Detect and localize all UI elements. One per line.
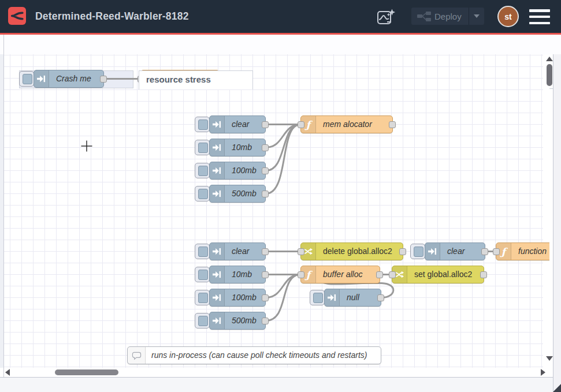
node-label: buffer alloc [323,266,362,283]
inject-arrow-icon [213,189,221,198]
change-node[interactable]: set global.alloc2 [392,266,484,283]
node-label: 500mb [232,185,257,202]
node-label: clear [232,243,249,260]
horizontal-scrollbar-thumb[interactable] [55,369,118,375]
output-port[interactable] [376,271,383,278]
inject-arrow-icon [328,293,336,302]
inject-button[interactable] [195,267,210,282]
output-port[interactable] [100,76,107,83]
output-port[interactable] [262,121,269,128]
inject-arrow-icon [213,143,221,152]
output-port[interactable] [389,121,396,128]
node-label: set global.alloc2 [414,266,472,283]
output-port[interactable] [481,248,488,255]
input-port[interactable] [298,121,304,128]
deploy-options-button[interactable] [469,8,484,25]
node-icon-region [210,162,225,179]
deploy-button[interactable]: Deploy [411,8,484,25]
inject-node[interactable]: clear [209,242,266,260]
function-icon: ƒ [501,246,506,257]
output-port[interactable] [262,144,269,151]
scroll-left-icon[interactable] [5,369,10,376]
tab-resource-stress[interactable]: resource stress [139,70,253,89]
flow-canvas[interactable]: Crash meƒasync errorclear10mb100mb500mbƒ… [0,54,549,368]
inject-node[interactable]: clear [209,115,266,133]
inject-button-pad [198,120,208,130]
inject-button[interactable] [310,290,325,305]
inject-node[interactable]: 10mb [209,266,266,283]
deploy-icon [411,12,434,21]
inject-button[interactable] [195,163,210,178]
inject-button[interactable] [195,244,210,259]
inject-button[interactable] [410,244,425,259]
input-port[interactable] [298,248,304,255]
output-port[interactable] [262,191,269,197]
output-port[interactable] [262,294,269,301]
node-label: runs in-process (can cause poll check ti… [151,347,367,364]
inject-arrow-icon [428,247,437,256]
sidebar-splitter[interactable] [553,54,561,392]
inject-button[interactable] [195,313,210,328]
output-port[interactable] [262,248,269,255]
header-bar: Determined-Reed-Warbler-8182 Deploy st [0,0,561,33]
comment-bubble-icon [132,351,142,360]
node-icon-region [210,266,225,283]
node-label: delete global.alloc2 [323,243,392,260]
output-port[interactable] [262,167,269,174]
function-node[interactable]: ƒfunction [496,242,549,260]
inject-button[interactable] [195,117,210,132]
inject-arrow-icon [213,166,221,175]
inject-node[interactable]: clear [425,242,485,260]
inject-node[interactable]: null [324,289,381,307]
input-port[interactable] [493,248,500,255]
main-menu-icon[interactable] [529,9,550,24]
shuffle-icon [395,270,404,279]
input-port[interactable] [389,271,396,278]
input-port[interactable] [298,271,304,278]
inject-node[interactable]: 100mb [209,162,266,180]
change-node[interactable]: delete global.alloc2 [300,242,403,260]
chevron-down-icon [474,14,480,18]
ai-assistant-icon[interactable] [375,6,397,27]
function-node[interactable]: ƒbuffer alloc [300,266,380,283]
inject-button-pad [198,143,208,153]
output-port[interactable] [262,271,269,278]
inject-button-pad [23,74,32,84]
node-label: Crash me [56,70,91,87]
scroll-right-icon[interactable] [541,369,545,376]
page-title: Determined-Reed-Warbler-8182 [35,0,189,33]
inject-arrow-icon [37,74,46,83]
output-port[interactable] [377,294,384,301]
inject-button[interactable] [195,186,210,201]
node-label: clear [447,243,465,260]
user-avatar[interactable]: st [497,6,519,27]
deploy-label: Deploy [434,12,469,21]
inject-node[interactable]: 500mb [209,312,266,330]
resize-grip-icon[interactable] [553,384,561,392]
flowfuse-logo-icon[interactable] [8,7,26,25]
node-icon-region [210,312,225,329]
inject-button[interactable] [195,140,210,155]
inject-arrow-icon [213,120,221,129]
function-node[interactable]: ƒmem alocator [300,115,393,133]
inject-button[interactable] [19,71,34,87]
comment-node[interactable]: runs in-process (can cause poll check ti… [127,346,381,364]
inject-node[interactable]: Crash me [34,70,104,88]
node-icon-region [210,116,225,133]
inject-button[interactable] [195,290,210,305]
node-icon-region [34,70,49,87]
node-label: 100mb [232,162,257,179]
output-port[interactable] [480,271,487,278]
inject-button-pad [198,247,208,257]
node-icon-region [325,289,340,306]
function-icon: ƒ [306,119,310,130]
inject-arrow-icon [213,247,221,256]
inject-node[interactable]: 10mb [209,139,266,156]
node-label: 500mb [232,312,257,329]
output-port[interactable] [262,318,269,324]
inject-node[interactable]: 500mb [209,185,266,203]
inject-node[interactable]: 100mb [209,289,266,307]
node-label: null [347,289,359,306]
node-label: 100mb [232,289,257,306]
output-port[interactable] [399,248,406,255]
